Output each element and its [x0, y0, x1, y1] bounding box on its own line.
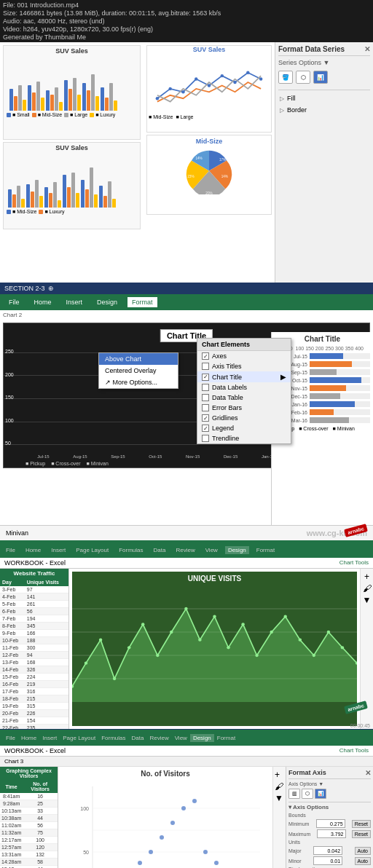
s4-tab-insert[interactable]: Insert: [39, 734, 60, 742]
chart-elements-dropdown[interactable]: Chart Elements Axes Axis Titles Chart Ti…: [197, 338, 291, 444]
dropdown-item-axis-titles[interactable]: Axis Titles: [197, 361, 291, 371]
axis-major-row: Major Auto: [288, 846, 371, 855]
ribbon-tab-insert[interactable]: Insert: [48, 546, 68, 554]
tab-file[interactable]: File: [4, 297, 24, 307]
s4-tab-review[interactable]: Review: [146, 734, 171, 742]
checkbox-data-table[interactable]: [202, 394, 209, 401]
major-label: Major: [288, 848, 302, 853]
tab-insert[interactable]: Insert: [62, 297, 87, 307]
s4-tab-formulas[interactable]: Formulas: [98, 734, 128, 742]
chart-style-btn[interactable]: 🖌: [362, 583, 372, 593]
item-label-data-labels: Data Labels: [212, 384, 247, 391]
svg-point-51: [170, 821, 175, 825]
s4-tab-data[interactable]: Data: [129, 734, 147, 742]
s4-tab-home[interactable]: Home: [18, 734, 39, 742]
ribbon-tab-review[interactable]: Review: [173, 546, 197, 554]
ribbon-tab-data[interactable]: Data: [151, 546, 169, 554]
s4-add-btn[interactable]: +: [275, 770, 284, 780]
s4-tab-page-layout[interactable]: Page Layout: [60, 734, 98, 742]
tab-design[interactable]: Design: [93, 297, 122, 307]
h-bar-track: [310, 369, 370, 375]
legend-label: ■ Mid-Size: [12, 209, 36, 214]
axis-options-subtitle[interactable]: Axis Options ▼: [288, 781, 371, 786]
ribbon-tab-design[interactable]: Design: [225, 546, 249, 554]
item-label-error-bars: Error Bars: [212, 404, 242, 411]
format-axis-icon2[interactable]: ⬡: [302, 789, 313, 799]
dropdown-item-trendline[interactable]: Trendline: [197, 433, 291, 443]
checkbox-gridlines[interactable]: [202, 414, 209, 422]
s4-tab-design[interactable]: Design: [190, 734, 214, 742]
section4-content: Graphing Complex Visitors Time No. of Vi…: [0, 767, 373, 868]
dropdown-item-chart-title[interactable]: Chart Title ▶: [197, 371, 291, 382]
bar: [67, 187, 71, 208]
format-border-option[interactable]: ▷ Border: [278, 104, 370, 116]
ribbon-tab-format[interactable]: Format: [254, 546, 278, 554]
format-axis-close[interactable]: ✕: [365, 769, 371, 777]
minor-reset-btn[interactable]: Auto: [355, 857, 371, 865]
checkbox-axis-titles[interactable]: [202, 363, 209, 370]
dropdown-item-error-bars[interactable]: Error Bars: [197, 403, 291, 413]
format-axis-icon3-active[interactable]: 📊: [315, 789, 326, 799]
submenu-centered-overlay[interactable]: Centered Overlay: [99, 365, 178, 376]
bar-group-b2: [26, 180, 43, 208]
format-panel-subtitle[interactable]: Series Options ▼: [278, 59, 370, 66]
maximum-reset-btn[interactable]: Reset: [352, 830, 371, 838]
bar: [77, 95, 81, 111]
close-button[interactable]: ✕: [364, 45, 370, 53]
ribbon-tab-view[interactable]: View: [203, 546, 221, 554]
chart-title-submenu[interactable]: Above Chart Centered Overlay ↗ More Opti…: [98, 352, 178, 389]
s4-tab-view[interactable]: View: [172, 734, 190, 742]
table-row: 12:57am120: [0, 844, 58, 851]
bar-group-b4: [63, 173, 79, 208]
table-cell: 56: [23, 822, 58, 829]
format-fill-option[interactable]: ▷ Fill: [278, 92, 370, 104]
table-cell: 345: [25, 623, 68, 630]
major-input[interactable]: [313, 846, 342, 855]
svg-point-6: [233, 81, 236, 84]
major-reset-btn[interactable]: Auto: [355, 847, 371, 855]
filter-btn[interactable]: ▼: [362, 595, 372, 605]
checkbox-legend[interactable]: [202, 425, 209, 432]
dropdown-item-gridlines[interactable]: Gridlines: [197, 413, 291, 423]
dropdown-item-data-labels[interactable]: Data Labels: [197, 382, 291, 392]
minivan-label: Minivan: [6, 529, 28, 537]
format-bucket-icon[interactable]: 🪣: [278, 71, 293, 84]
bar: [50, 95, 54, 111]
svg-point-24: [156, 654, 159, 657]
minimum-input[interactable]: [316, 819, 345, 828]
bar-group-4: [64, 78, 81, 111]
ribbon-tab-file[interactable]: File: [3, 546, 18, 554]
checkbox-data-labels[interactable]: [202, 384, 209, 391]
checkbox-chart-title[interactable]: [202, 374, 209, 381]
table-cell: 12:57am: [0, 844, 23, 851]
item-label-data-table: Data Table: [212, 394, 243, 401]
ribbon-tab-formulas[interactable]: Formulas: [116, 546, 146, 554]
s4-tab-format[interactable]: Format: [214, 734, 238, 742]
format-chart-icon[interactable]: 📊: [313, 71, 328, 84]
s4-filter-btn[interactable]: ▼: [275, 793, 284, 803]
minimum-reset-btn[interactable]: Reset: [352, 820, 371, 828]
svg-text:50: 50: [83, 850, 89, 855]
s4-style-btn[interactable]: 🖌: [275, 781, 284, 792]
s4-tab-file[interactable]: File: [3, 734, 18, 742]
submenu-above-chart[interactable]: Above Chart: [99, 353, 178, 365]
ribbon-tab-home[interactable]: Home: [23, 546, 44, 554]
dropdown-item-axes[interactable]: Axes: [197, 351, 291, 361]
table-cell: 14:28am: [0, 859, 23, 866]
dropdown-item-data-table[interactable]: Data Table: [197, 392, 291, 403]
checkbox-error-bars[interactable]: [202, 404, 209, 411]
add-element-btn[interactable]: +: [362, 572, 372, 582]
minor-input[interactable]: [313, 856, 342, 865]
dropdown-item-legend[interactable]: Legend: [197, 423, 291, 433]
format-axis-icon1[interactable]: ▥: [288, 789, 300, 799]
svg-point-50: [160, 835, 164, 840]
maximum-input[interactable]: [317, 829, 346, 838]
tab-format[interactable]: Format: [127, 297, 157, 307]
ribbon-tab-page-layout[interactable]: Page Layout: [73, 546, 111, 554]
format-pentagon-icon[interactable]: ⬡: [296, 71, 310, 84]
checkbox-trendline[interactable]: [202, 435, 209, 442]
submenu-more-options[interactable]: ↗ More Options...: [99, 376, 178, 388]
table-cell: 44: [23, 866, 58, 869]
tab-home[interactable]: Home: [30, 297, 56, 307]
checkbox-axes[interactable]: [202, 352, 209, 360]
